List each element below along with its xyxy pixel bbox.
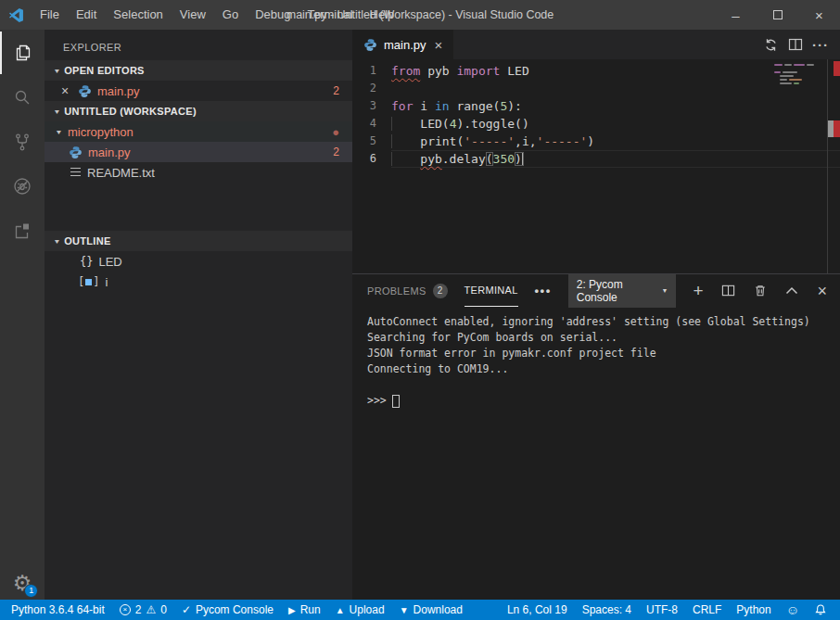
menu-go[interactable]: Go bbox=[214, 0, 247, 30]
code-line-5[interactable]: 5 print('-----',i,'-----') bbox=[352, 133, 840, 150]
code-text[interactable]: from pyb import LED bbox=[391, 62, 840, 80]
folder-micropython[interactable]: ▼ micropython ● bbox=[45, 121, 352, 142]
menu-terminal[interactable]: Terminal bbox=[299, 0, 361, 30]
download-icon: ▼ bbox=[400, 605, 409, 615]
activity-source-control[interactable] bbox=[0, 120, 45, 163]
activity-bar: ⚙ 1 bbox=[0, 30, 45, 600]
pycom-console-label: Pycom Console bbox=[196, 603, 274, 616]
minimap[interactable] bbox=[774, 64, 826, 86]
activity-extensions[interactable] bbox=[0, 209, 45, 252]
code-text[interactable]: LED(4).toggle() bbox=[391, 115, 840, 133]
terminal-selector-dropdown[interactable]: 2: Pycom Console ▼ bbox=[568, 274, 677, 308]
code-token: ,i, bbox=[515, 134, 536, 148]
more-actions-icon[interactable]: ··· bbox=[812, 37, 829, 53]
status-upload-button[interactable]: ▲ Upload bbox=[328, 603, 392, 616]
menu-view[interactable]: View bbox=[172, 0, 214, 30]
section-open-editors[interactable]: ▼ OPEN EDITORS bbox=[45, 60, 352, 81]
code-text[interactable]: pyb.delay(350) bbox=[391, 150, 840, 168]
status-bar: Python 3.6.4 64-bit × 2 ⚠ 0 ✓ Pycom Cons… bbox=[0, 600, 840, 620]
line-number[interactable]: 3 bbox=[352, 97, 391, 115]
code-line-1[interactable]: 1from pyb import LED bbox=[352, 62, 840, 80]
panel-more-tabs-icon[interactable]: ••• bbox=[535, 284, 552, 297]
menu-help[interactable]: Help bbox=[362, 0, 403, 30]
search-icon bbox=[11, 86, 33, 108]
outline-item-i[interactable]: [] i bbox=[45, 272, 352, 292]
language-label: Python bbox=[736, 603, 770, 616]
section-outline[interactable]: ▼ OUTLINE bbox=[45, 231, 352, 251]
code-token: import bbox=[456, 64, 500, 78]
menu-edit[interactable]: Edit bbox=[68, 0, 105, 30]
code-token: ): bbox=[507, 99, 522, 113]
code-line-4[interactable]: 4 LED(4).toggle() bbox=[352, 115, 840, 133]
status-eol[interactable]: CRLF bbox=[685, 602, 729, 617]
code-line-2[interactable]: 2 bbox=[352, 80, 840, 97]
close-icon[interactable]: × bbox=[57, 83, 72, 98]
code-token: ( bbox=[486, 152, 493, 166]
python-icon bbox=[78, 84, 92, 98]
file-main-py[interactable]: main.py 2 bbox=[45, 142, 352, 162]
indentation-label: Spaces: 4 bbox=[582, 603, 631, 616]
sync-icon[interactable] bbox=[763, 37, 779, 53]
maximize-button[interactable] bbox=[757, 0, 798, 30]
outline-item-led[interactable]: {} LED bbox=[45, 251, 352, 272]
close-panel-icon[interactable]: × bbox=[817, 283, 827, 299]
tab-problems[interactable]: PROBLEMS 2 bbox=[367, 274, 448, 307]
line-number[interactable]: 4 bbox=[352, 115, 391, 133]
settings-gear-icon[interactable]: ⚙ 1 bbox=[13, 573, 32, 594]
maximize-panel-icon[interactable] bbox=[785, 286, 798, 296]
status-python-version[interactable]: Python 3.6.4 64-bit bbox=[4, 603, 112, 616]
problems-badge: 2 bbox=[333, 146, 339, 158]
notifications-bell-icon[interactable] bbox=[807, 602, 834, 617]
menu-file[interactable]: File bbox=[32, 0, 68, 30]
close-button[interactable]: × bbox=[798, 0, 840, 30]
status-indentation[interactable]: Spaces: 4 bbox=[575, 602, 639, 617]
open-editor-main-py[interactable]: × main.py 2 bbox=[45, 81, 352, 101]
editor-tab-bar: main.py × ··· bbox=[352, 30, 840, 59]
split-terminal-icon[interactable] bbox=[721, 284, 735, 297]
line-number[interactable]: 2 bbox=[352, 80, 391, 97]
activity-debug[interactable] bbox=[0, 165, 45, 208]
line-number[interactable]: 1 bbox=[352, 62, 391, 80]
chevron-down-icon: ▼ bbox=[661, 287, 668, 294]
code-text[interactable]: print('-----',i,'-----') bbox=[391, 133, 840, 150]
status-problems[interactable]: × 2 ⚠ 0 bbox=[112, 603, 174, 616]
menu-debug[interactable]: Debug bbox=[247, 0, 299, 30]
menu-selection[interactable]: Selection bbox=[105, 0, 171, 30]
code-token: i bbox=[413, 99, 434, 113]
code-text[interactable]: for i in range(5): bbox=[391, 97, 840, 115]
tab-terminal[interactable]: TERMINAL bbox=[465, 274, 518, 307]
code-line-6[interactable]: 6 pyb.delay(350) bbox=[352, 150, 840, 168]
code-token: ) bbox=[587, 134, 594, 148]
tab-main-py[interactable]: main.py × bbox=[352, 30, 453, 59]
code-token bbox=[391, 152, 420, 166]
file-readme-txt[interactable]: README.txt bbox=[45, 162, 352, 183]
tab-close-icon[interactable]: × bbox=[433, 37, 445, 53]
code-token bbox=[391, 117, 420, 131]
modified-dot: ● bbox=[332, 125, 339, 139]
kill-terminal-trash-icon[interactable] bbox=[754, 284, 767, 297]
debug-icon bbox=[11, 175, 33, 197]
line-number[interactable]: 5 bbox=[352, 133, 391, 150]
status-pycom-console[interactable]: ✓ Pycom Console bbox=[174, 603, 281, 616]
status-download-button[interactable]: ▼ Download bbox=[392, 603, 470, 616]
feedback-smiley-icon[interactable]: ☺ bbox=[779, 602, 807, 617]
status-cursor-position[interactable]: Ln 6, Col 19 bbox=[500, 602, 575, 617]
status-run-button[interactable]: ▶ Run bbox=[281, 603, 328, 616]
status-language[interactable]: Python bbox=[729, 602, 778, 617]
code-line-3[interactable]: 3for i in range(5): bbox=[352, 97, 840, 115]
minimize-button[interactable]: – bbox=[715, 0, 757, 30]
menu-bar: FileEditSelectionViewGoDebugTerminalHelp bbox=[32, 0, 402, 30]
new-terminal-icon[interactable]: + bbox=[693, 282, 703, 299]
download-label: Download bbox=[414, 603, 463, 616]
code-text[interactable] bbox=[391, 80, 840, 97]
activity-search[interactable] bbox=[0, 76, 45, 119]
split-editor-icon[interactable] bbox=[788, 37, 803, 52]
status-encoding[interactable]: UTF-8 bbox=[639, 602, 685, 617]
terminal-output[interactable]: AutoConnect enabled, ignoring 'address' … bbox=[352, 307, 840, 600]
check-icon: ✓ bbox=[182, 603, 191, 616]
chevron-down-icon: ▼ bbox=[53, 238, 61, 245]
section-workspace[interactable]: ▼ UNTITLED (WORKSPACE) bbox=[45, 101, 352, 121]
code-editor[interactable]: 1from pyb import LED23for i in range(5):… bbox=[352, 59, 840, 273]
line-number[interactable]: 6 bbox=[352, 150, 391, 168]
activity-explorer[interactable] bbox=[0, 32, 45, 74]
